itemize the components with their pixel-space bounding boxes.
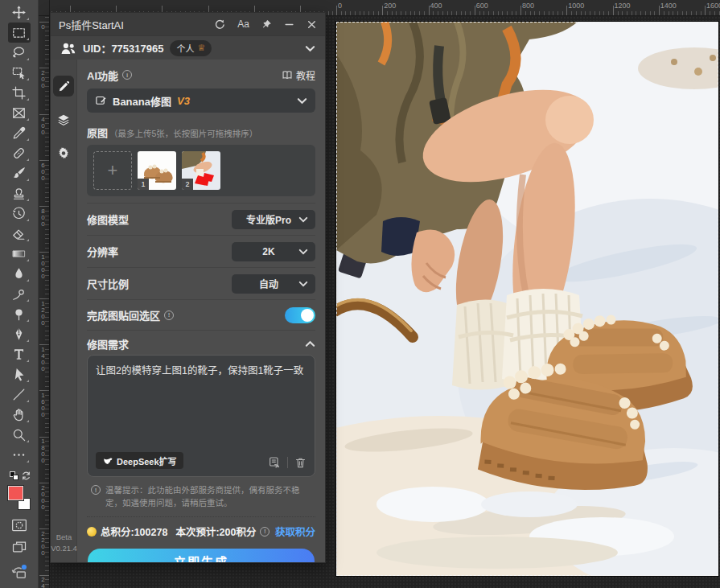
tool-dodge-icon[interactable] [8, 304, 31, 324]
ruler-h-label: 1400 [660, 2, 677, 10]
default-swap-colors-widget[interactable] [7, 470, 31, 483]
color-swatches[interactable] [7, 486, 31, 510]
document-canvas[interactable] [336, 22, 718, 576]
uid-value: UID：775317965 [83, 40, 163, 56]
paste-back-label: 完成图贴回选区 [87, 307, 160, 323]
tool-zoom-icon[interactable] [8, 425, 31, 445]
plugin-version: Beta V0.21.4 [51, 532, 77, 555]
tool-healing-icon[interactable] [8, 143, 31, 163]
dropdown-value: 2K [239, 246, 298, 257]
panel-title: Ps插件StartAI [59, 17, 202, 32]
model-version: V3 [177, 95, 190, 107]
tool-lasso-icon[interactable] [8, 43, 31, 63]
foreground-color-swatch[interactable] [8, 486, 23, 500]
tool-marquee-icon[interactable] [8, 23, 31, 43]
resolution-dropdown[interactable]: 2K [232, 242, 315, 261]
tutorial-link[interactable]: 教程 [282, 68, 315, 82]
source-images-tray: + 1 [87, 145, 315, 196]
source-images-hint: （最多上传5张，长按图片可拖拽排序） [109, 127, 257, 139]
user-account-bar[interactable]: UID：775317965 个人 ♕ [51, 35, 325, 60]
ruler-v-label: 1600 [39, 392, 47, 417]
font-size-button[interactable]: Aa [237, 19, 249, 30]
refresh-button[interactable] [214, 19, 225, 30]
prompt-collapse-button[interactable] [305, 336, 315, 351]
tool-type-icon[interactable] [8, 344, 31, 364]
nav-settings-tab[interactable] [53, 143, 74, 164]
beta-label: Beta [51, 532, 77, 543]
chevron-down-icon [298, 281, 308, 287]
photoshop-window: 02004006008001000120014001600 0200400600… [0, 0, 720, 588]
option-label: 修图模型 [87, 212, 129, 227]
panel-titlebar[interactable]: Ps插件StartAI Aa [51, 13, 325, 35]
tool-move-icon[interactable] [8, 2, 31, 23]
tool-brush-icon[interactable] [8, 163, 31, 183]
prompt-template-icon[interactable] [268, 456, 281, 469]
tool-pen-icon[interactable] [8, 324, 31, 344]
screen-mode-button[interactable] [6, 540, 33, 554]
tool-select-icon[interactable] [8, 364, 31, 384]
nav-layers-tab[interactable] [53, 109, 74, 130]
generate-button[interactable]: 立即生成 [88, 549, 315, 563]
chevron-up-icon [305, 340, 315, 347]
thumbnail-number: 1 [138, 179, 149, 190]
ai-feature-info-icon[interactable]: i [122, 70, 132, 80]
tool-eyedropper-icon[interactable] [8, 123, 31, 143]
clear-prompt-trash-icon[interactable] [294, 456, 307, 469]
ruler-h-label: 1000 [568, 2, 584, 10]
paste-back-info-icon[interactable]: ! [164, 310, 174, 320]
aspect-ratio-dropdown[interactable]: 自动 [232, 274, 315, 294]
selection-paste-toggle[interactable] [285, 307, 315, 323]
prompt-textarea[interactable]: 让图2的模特穿上图1的靴子，保持图1靴子一致 DeepSeek扩写 [87, 355, 315, 477]
nav-edit-tab[interactable] [53, 76, 74, 97]
crown-icon: ♕ [197, 43, 205, 53]
ruler-h-label: 200 [384, 2, 396, 10]
option-label: 分辨率 [87, 244, 118, 259]
divider [87, 516, 315, 517]
prompt-text: 让图2的模特穿上图1的靴子，保持图1靴子一致 [96, 363, 307, 380]
ruler-v-label: 1200 [39, 300, 47, 326]
ruler-v-label: 2400 [39, 576, 47, 588]
option-row-model: 修图模型 专业版Pro [87, 204, 315, 236]
credits-info-icon[interactable]: ! [260, 527, 269, 537]
option-row-aspect: 尺寸比例 自动 [87, 268, 315, 300]
quick-mask-button[interactable] [6, 518, 33, 532]
add-image-button[interactable]: + [93, 151, 132, 190]
rotate-view-button[interactable] [6, 563, 33, 579]
tool-stamp-icon[interactable] [8, 183, 31, 204]
model-type-dropdown[interactable]: 专业版Pro [232, 210, 315, 229]
tool-object-select-icon[interactable] [8, 63, 31, 83]
source-thumbnail-1[interactable]: 1 [138, 151, 176, 190]
tool-blur-icon[interactable] [8, 264, 31, 284]
prompt-label: 修图需求 [87, 336, 129, 352]
tool-line-icon[interactable] [8, 384, 31, 405]
tool-eraser-icon[interactable] [8, 224, 31, 244]
notice-info-icon: ! [91, 485, 101, 495]
total-credits: 总积分:100278 [101, 524, 167, 539]
default-background-swatch [13, 475, 19, 480]
account-expand-chevron[interactable] [305, 41, 315, 56]
minimize-button[interactable] [284, 19, 294, 30]
source-thumbnail-2[interactable]: 2 [182, 151, 220, 190]
quick-mask-icon [11, 518, 27, 532]
tool-smudge-icon[interactable] [8, 284, 31, 304]
book-icon [282, 70, 293, 80]
tool-more-icon[interactable] [8, 445, 31, 465]
tool-gradient-icon[interactable] [8, 244, 31, 264]
ai-model-dropdown[interactable]: Banana修图 V3 [87, 88, 315, 113]
chevron-down-icon [298, 216, 308, 223]
tool-history-brush-icon[interactable] [8, 204, 31, 224]
deepseek-expand-button[interactable]: DeepSeek扩写 [96, 452, 183, 469]
ruler-v-label: 2200 [39, 530, 47, 556]
deepseek-whale-icon [102, 457, 113, 465]
pin-button[interactable] [261, 19, 272, 30]
credits-row: 总积分:100278 本次预计:200积分 ! 获取积分 [87, 519, 315, 545]
tool-frame-icon[interactable] [8, 103, 31, 123]
swap-arrows-icon [21, 471, 31, 481]
tool-hand-icon[interactable] [8, 405, 31, 425]
get-credits-link[interactable]: 获取积分 [275, 524, 315, 539]
dropdown-value: 自动 [239, 277, 298, 290]
tool-crop-icon[interactable] [8, 83, 31, 103]
minimize-icon [284, 19, 294, 30]
close-button[interactable] [307, 19, 317, 30]
screen-mode-icon [11, 540, 27, 554]
